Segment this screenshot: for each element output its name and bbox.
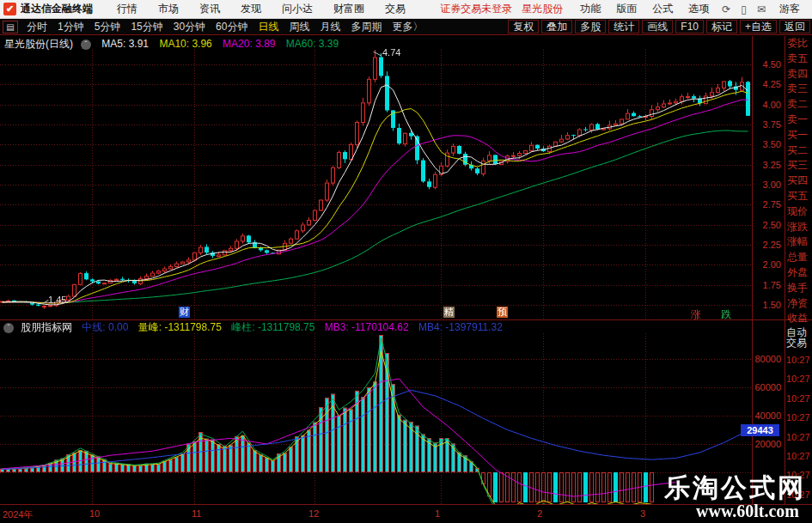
adjust-button[interactable]: 复权 (508, 20, 539, 33)
menu-discover[interactable]: 发现 (230, 2, 272, 16)
period-more[interactable]: 更多〉 (387, 20, 428, 34)
main-chart-title-row: 星光股份(日线)ˇ MA5: 3.91 MA10: 3.96 MA20: 3.8… (4, 37, 346, 49)
app-logo-icon: ✔ (3, 3, 16, 15)
price-tick: 3.50 (754, 139, 781, 149)
quote-row-buy4[interactable]: 买四 (787, 173, 812, 189)
quote-row-turnover[interactable]: 换手 (787, 281, 812, 296)
quote-row-buy1[interactable]: 买一 (787, 128, 812, 143)
menu-trade[interactable]: 交易 (375, 2, 416, 16)
quote-row-weibi[interactable]: 委比 (787, 36, 812, 52)
period-weekly[interactable]: 周线 (284, 20, 314, 34)
time-tick: 11 (192, 508, 201, 519)
menu-layout[interactable]: 版面 (608, 2, 644, 16)
menubar-right-group: 证券交易未登录 星光股份 功能 版面 公式 选项 ⟳ ▯ ✉ 游客 (440, 2, 812, 16)
low-price-annotation: 1.45 (48, 295, 66, 305)
up-marker[interactable]: 涨 (691, 307, 701, 322)
time-axis[interactable]: 2024年 10 11 12 1 2 3 (0, 505, 812, 523)
price-tick: 3.25 (754, 160, 781, 170)
quote-row-volume[interactable]: 总量 (787, 250, 812, 265)
indicator-tick: 60000 (754, 382, 781, 392)
quote-row-buy3[interactable]: 买三 (787, 158, 812, 173)
panel-grid-icon[interactable]: ▤ (3, 21, 18, 33)
period-5min[interactable]: 5分钟 (89, 20, 126, 34)
indicator-tick: 80000 (754, 354, 781, 364)
stats-button[interactable]: 统计 (608, 20, 639, 33)
app-title: 通达信金融终端 (21, 2, 93, 16)
price-tick: 3.00 (754, 179, 781, 190)
quote-row-buy2[interactable]: 买二 (787, 143, 812, 159)
price-tick: 2.75 (754, 199, 781, 210)
menu-formula[interactable]: 公式 (644, 2, 681, 16)
period-daily[interactable]: 日线 (253, 20, 284, 34)
event-flag-forecast[interactable]: 预 (497, 307, 508, 318)
period-multi[interactable]: 多周期 (345, 20, 387, 34)
mail-icon[interactable]: ✉ (752, 3, 771, 15)
down-marker[interactable]: 跌 (721, 307, 731, 322)
event-flag-select[interactable]: 精 (443, 307, 455, 318)
field-mb4: MB4: -1397911.32 (418, 321, 503, 333)
indicator-source: 股朋指标网 (21, 321, 72, 333)
ma10-label: MA10: 3.96 (159, 38, 211, 50)
quote-row-eps[interactable]: 收益 (787, 311, 812, 326)
mark-button[interactable]: 标记 (706, 20, 737, 33)
menu-market[interactable]: 市场 (148, 2, 189, 16)
indicator-tick: 40000 (754, 410, 781, 421)
menu-news[interactable]: 资讯 (189, 2, 230, 16)
quote-row-networth[interactable]: 净资 (787, 296, 812, 312)
menu-wealth-circle[interactable]: 财富圈 (323, 2, 375, 16)
time-tick: 3 (640, 508, 645, 519)
time-tick: 2 (537, 508, 542, 519)
refresh-icon[interactable]: ⟳ (717, 3, 736, 15)
menu-quotes[interactable]: 行情 (107, 2, 148, 16)
menu-functions[interactable]: 功能 (572, 2, 608, 16)
menu-ask[interactable]: 问小达 (272, 2, 323, 16)
sidebar-divider (785, 36, 785, 505)
chevron-down-icon[interactable]: ˇ (81, 40, 91, 50)
trade-time: 10:27 (786, 447, 812, 465)
period-60min[interactable]: 60分钟 (211, 20, 253, 34)
quote-row-change[interactable]: 涨跌 (787, 220, 812, 235)
period-intraday[interactable]: 分时 (21, 20, 52, 34)
f10-button[interactable]: F10 (675, 20, 704, 33)
toolbar-right-group: 复权 叠加 多股 统计 画线 F10 标记 +自选 返回 (505, 20, 810, 33)
time-tick: 2024年 (3, 508, 33, 521)
quote-row-outer[interactable]: 外盘 (787, 265, 812, 281)
quote-row-sell5[interactable]: 卖五 (787, 52, 812, 67)
draw-line-button[interactable]: 画线 (642, 20, 673, 33)
period-30min[interactable]: 30分钟 (168, 20, 211, 34)
quote-row-change-pct[interactable]: 涨幅 (787, 234, 812, 250)
main-chart-canvas[interactable] (0, 50, 752, 319)
login-status[interactable]: 证券交易未登录 (440, 2, 512, 16)
price-tick: 2.25 (754, 240, 781, 250)
trade-time: 10:27 (786, 350, 812, 369)
overlay-button[interactable]: 叠加 (541, 20, 572, 33)
field-zhongxian: 中线: 0.00 (82, 321, 128, 333)
quote-row-sell1[interactable]: 卖一 (787, 113, 812, 128)
back-button[interactable]: 返回 (779, 20, 810, 33)
period-monthly[interactable]: 月线 (314, 20, 345, 34)
indicator-canvas[interactable] (0, 333, 752, 504)
multi-stock-button[interactable]: 多股 (575, 20, 606, 33)
watermark-site-url: www.60lt.com (696, 502, 799, 521)
user-guest-label[interactable]: 游客 (771, 2, 812, 16)
period-toolbar: ▤ 分时 1分钟 5分钟 15分钟 30分钟 60分钟 日线 周线 月线 多周期… (0, 19, 812, 35)
trade-time: 10:27 (786, 369, 812, 388)
trade-time: 10:27 (786, 389, 812, 408)
price-tick: 4.50 (754, 59, 781, 70)
quote-row-sell4[interactable]: 卖四 (787, 67, 812, 82)
quote-row-sell3[interactable]: 卖三 (787, 82, 812, 97)
phone-icon[interactable]: ▯ (736, 3, 752, 15)
event-flag-report[interactable]: 财 (179, 307, 190, 318)
add-watchlist-button[interactable]: +自选 (740, 20, 777, 33)
quote-row-sell2[interactable]: 卖二 (787, 97, 812, 113)
quote-sidebar: 委比 卖五 卖四 卖三 卖二 卖一 买一 买二 买三 买四 买五 现价 涨跌 涨… (787, 36, 812, 328)
stock-badge[interactable]: 星光股份 (522, 2, 563, 16)
stock-title[interactable]: 星光股份(日线) (4, 38, 73, 50)
field-fengzhu: 峰柱: -1311798.75 (231, 321, 314, 333)
quote-row-price[interactable]: 现价 (787, 204, 812, 220)
quote-row-buy5[interactable]: 买五 (787, 189, 812, 204)
menu-options[interactable]: 选项 (681, 2, 717, 16)
period-1min[interactable]: 1分钟 (52, 20, 89, 34)
chevron-down-icon[interactable]: ˇ (3, 323, 14, 333)
period-15min[interactable]: 15分钟 (125, 20, 168, 34)
